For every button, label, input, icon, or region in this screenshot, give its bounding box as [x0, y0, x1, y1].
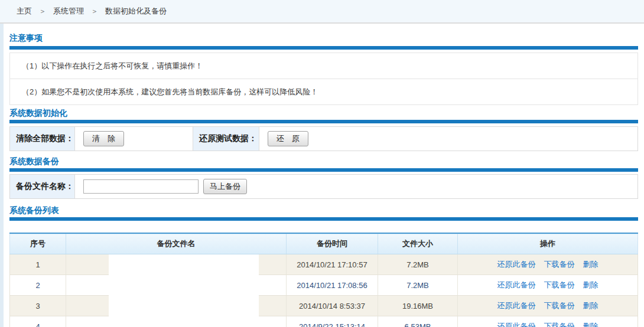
notice-item-1: （1）以下操作在执行之后将不可恢复，请慎重操作！ [10, 53, 638, 79]
backup-form-row: 备份文件名称： 马上备份 [9, 174, 638, 199]
download-backup-link[interactable]: 下载备份 [544, 322, 575, 327]
row-index: 3 [10, 296, 66, 316]
init-actions-row: 清除全部数据： 清 除 还原测试数据： 还 原 [9, 126, 638, 151]
row-size: 19.16MB [378, 296, 458, 316]
backup-list-section-divider [9, 217, 638, 221]
delete-backup-link[interactable]: 删除 [583, 280, 599, 289]
table-row: 1 2014/10/21 17:10:57 7.2MB 还原此备份下载备份删除 [10, 254, 638, 275]
breadcrumb-separator: ＞ [39, 6, 46, 17]
notice-box: （1）以下操作在执行之后将不可恢复，请慎重操作！ （2）如果您不是初次使用本系统… [9, 53, 638, 105]
column-header-filename: 备份文件名 [66, 233, 287, 254]
backup-list-table: 序号 备份文件名 备份时间 文件大小 操作 1 2014/10/21 17:10… [9, 233, 638, 327]
breadcrumb-item-home[interactable]: 主页 [17, 6, 32, 17]
breadcrumb-separator: ＞ [91, 6, 98, 17]
clear-button[interactable]: 清 除 [83, 131, 124, 146]
restore-backup-link[interactable]: 还原此备份 [497, 260, 536, 269]
row-index: 2 [10, 275, 66, 296]
column-header-size: 文件大小 [378, 233, 458, 254]
backup-filename-input[interactable] [83, 179, 199, 194]
redaction-overlay [109, 254, 259, 327]
breadcrumb-item-system-management[interactable]: 系统管理 [53, 6, 84, 17]
backup-list-table-container: 序号 备份文件名 备份时间 文件大小 操作 1 2014/10/21 17:10… [9, 233, 638, 327]
table-header-row: 序号 备份文件名 备份时间 文件大小 操作 [10, 233, 638, 254]
init-section-title: 系统数据初始化 [9, 108, 638, 117]
restore-backup-link[interactable]: 还原此备份 [497, 322, 536, 327]
restore-backup-link[interactable]: 还原此备份 [497, 301, 536, 310]
delete-backup-link[interactable]: 删除 [583, 260, 599, 269]
clear-button-cell: 清 除 [75, 127, 193, 151]
notice-item-2: （2）如果您不是初次使用本系统，建议您首先将当前数据库备份，这样可以降低风险！ [10, 79, 638, 104]
delete-backup-link[interactable]: 删除 [583, 322, 599, 327]
row-actions: 还原此备份下载备份删除 [458, 275, 638, 296]
row-actions: 还原此备份下载备份删除 [458, 316, 638, 327]
row-actions: 还原此备份下载备份删除 [458, 296, 638, 316]
backup-form-cell: 马上备份 [75, 175, 638, 198]
row-size: 7.2MB [378, 275, 458, 296]
download-backup-link[interactable]: 下载备份 [544, 280, 575, 289]
row-time: 2014/9/22 15:13:14 [287, 316, 378, 327]
restore-backup-link[interactable]: 还原此备份 [497, 280, 536, 289]
row-size: 6.53MB [378, 316, 458, 327]
row-size: 7.2MB [378, 254, 458, 275]
column-header-time: 备份时间 [287, 233, 378, 254]
table-row: 3 2014/10/14 8:53:37 19.16MB 还原此备份下载备份删除 [10, 296, 638, 316]
download-backup-link[interactable]: 下载备份 [544, 301, 575, 310]
row-index: 4 [10, 316, 66, 327]
download-backup-link[interactable]: 下载备份 [544, 260, 575, 269]
restore-test-data-label: 还原测试数据： [193, 127, 259, 151]
clear-all-data-label: 清除全部数据： [10, 127, 75, 151]
breadcrumb-item-current-page: 数据初始化及备份 [105, 6, 167, 17]
backup-section-title: 系统数据备份 [9, 156, 638, 166]
table-row: 4 2014/9/22 15:13:14 6.53MB 还原此备份下载备份删除 [10, 316, 638, 327]
backup-list-section-title: 系统备份列表 [9, 205, 638, 215]
row-time: 2014/10/21 17:08:56 [287, 275, 378, 296]
backup-filename-label: 备份文件名称： [10, 175, 75, 198]
table-row: 2 2014/10/21 17:08:56 7.2MB 还原此备份下载备份删除 [10, 275, 638, 296]
restore-button-cell: 还 原 [259, 127, 638, 151]
backup-section-divider [9, 168, 638, 172]
row-actions: 还原此备份下载备份删除 [458, 254, 638, 275]
notice-section-title: 注意事项 [9, 33, 638, 42]
main-content: 注意事项 （1）以下操作在执行之后将不可恢复，请慎重操作！ （2）如果您不是初次… [4, 33, 644, 327]
notice-section-divider [9, 46, 638, 50]
row-time: 2014/10/14 8:53:37 [287, 296, 378, 316]
column-header-index: 序号 [10, 233, 66, 254]
restore-button[interactable]: 还 原 [268, 131, 308, 146]
init-section-divider [9, 120, 638, 123]
left-edge-strip [0, 24, 4, 327]
row-time: 2014/10/21 17:10:57 [287, 254, 378, 275]
breadcrumb: 主页 ＞ 系统管理 ＞ 数据初始化及备份 [0, 0, 644, 24]
backup-now-button[interactable]: 马上备份 [203, 179, 247, 194]
delete-backup-link[interactable]: 删除 [583, 301, 599, 310]
column-header-actions: 操作 [458, 233, 638, 254]
row-index: 1 [10, 254, 66, 275]
